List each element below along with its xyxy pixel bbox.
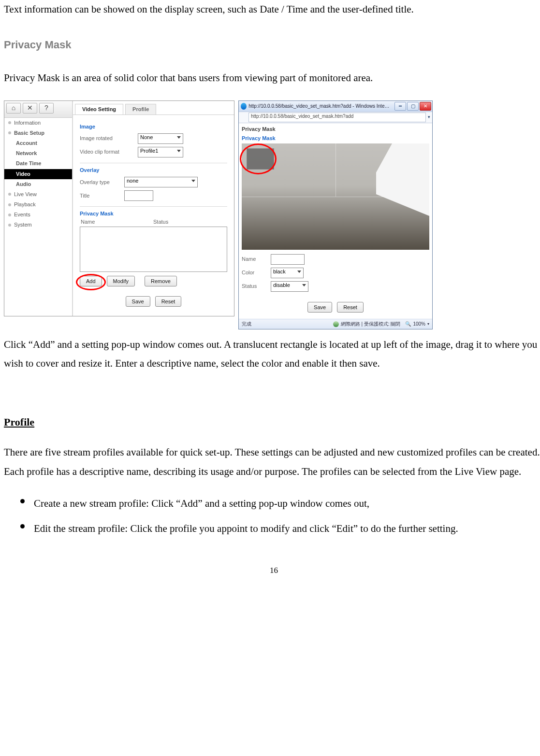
popup-row-name: Name bbox=[242, 253, 429, 266]
home-icon[interactable]: ⌂ bbox=[6, 103, 21, 114]
profile-paragraph: There are five stream profiles available… bbox=[4, 443, 540, 482]
status-zoom-text: 100% bbox=[413, 321, 425, 327]
dropdown-icon[interactable]: ▾ bbox=[428, 114, 430, 120]
nav-label: Account bbox=[16, 140, 37, 146]
overlay-title-label: Title bbox=[80, 193, 119, 199]
status-left: 完成 bbox=[242, 321, 251, 327]
nav-label: Video bbox=[16, 171, 30, 177]
ie-icon bbox=[241, 103, 247, 110]
nav-information[interactable]: Information bbox=[4, 118, 72, 128]
save-reset-row: Save Reset bbox=[80, 296, 227, 307]
separator bbox=[80, 163, 227, 163]
video-preview[interactable] bbox=[242, 143, 429, 250]
chevron-down-icon: ▾ bbox=[427, 322, 429, 327]
popup-color-select[interactable]: black bbox=[271, 268, 304, 278]
nav-label: Events bbox=[14, 212, 30, 218]
col-status: Status bbox=[153, 219, 168, 225]
page-number: 16 bbox=[4, 563, 540, 578]
sidebar: ⌂ ✕ ? Information Basic Setup Account Ne… bbox=[4, 101, 73, 316]
nav-playback[interactable]: Playback bbox=[4, 200, 72, 210]
status-zoom[interactable]: 🔍100%▾ bbox=[405, 321, 429, 327]
row-video-clip: Video clip format Profile1 bbox=[80, 145, 227, 159]
popup-row-status: Status disable bbox=[242, 280, 429, 293]
red-circle-annotation bbox=[240, 143, 277, 174]
nav-basic-setup[interactable]: Basic Setup bbox=[4, 128, 72, 138]
popup-subheading: Privacy Mask bbox=[242, 135, 429, 142]
col-name: Name bbox=[81, 219, 153, 225]
settings-window: ⌂ ✕ ? Information Basic Setup Account Ne… bbox=[4, 100, 234, 316]
add-button[interactable]: Add bbox=[80, 276, 102, 286]
nav-system[interactable]: System bbox=[4, 220, 72, 230]
address-bar: http://10.0.0.58/basic_video_set_mask.ht… bbox=[239, 112, 432, 123]
popup-heading: Privacy Mask bbox=[242, 125, 429, 133]
zoom-icon: 🔍 bbox=[405, 321, 411, 327]
close-x-icon[interactable]: ✕ bbox=[23, 103, 37, 114]
nav-audio[interactable]: Audio bbox=[4, 179, 72, 189]
nav-label: Live View bbox=[14, 191, 37, 198]
help-icon[interactable]: ? bbox=[39, 103, 54, 114]
popup-reset-button[interactable]: Reset bbox=[337, 302, 364, 313]
tab-bar: Video Setting Profile bbox=[73, 104, 234, 115]
popup-status-label: Status bbox=[242, 283, 266, 289]
remove-button[interactable]: Remove bbox=[145, 276, 177, 286]
nav-label: Basic Setup bbox=[14, 130, 44, 136]
reset-button[interactable]: Reset bbox=[155, 296, 182, 307]
modify-button[interactable]: Modify bbox=[107, 276, 135, 286]
bullet-item: Edit the stream profile: Click the profi… bbox=[20, 519, 540, 539]
image-rotated-label: Image rotated bbox=[80, 135, 133, 142]
nav-label: Network bbox=[16, 150, 37, 157]
privacy-mask-listbox[interactable] bbox=[80, 227, 227, 272]
save-button[interactable]: Save bbox=[126, 296, 150, 307]
bullet-list: Create a new stream profile: Click “Add”… bbox=[20, 494, 540, 539]
popup-color-label: Color bbox=[242, 270, 266, 276]
overlay-type-select[interactable]: none bbox=[124, 177, 198, 187]
status-net-text: 網際網路 | 受保護模式: 關閉 bbox=[341, 321, 401, 327]
popup-name-input[interactable] bbox=[271, 254, 305, 265]
popup-window: http://10.0.0.58/basic_video_set_mask.ht… bbox=[238, 100, 433, 329]
section-intro: Privacy Mask is an area of solid color t… bbox=[4, 69, 540, 88]
sidebar-toolbar: ⌂ ✕ ? bbox=[4, 101, 72, 118]
separator bbox=[80, 206, 227, 207]
main-pane: Video Setting Profile Image Image rotate… bbox=[73, 101, 234, 316]
window-close-button[interactable]: ✕ bbox=[420, 102, 431, 111]
bullet-item: Create a new stream profile: Click “Add”… bbox=[20, 494, 540, 514]
tab-profile[interactable]: Profile bbox=[125, 104, 156, 114]
status-bar: 完成 網際網路 | 受保護模式: 關閉 🔍100%▾ bbox=[239, 319, 432, 329]
intro-paragraph: Text information can be showed on the di… bbox=[4, 0, 540, 19]
nav-video[interactable]: Video bbox=[4, 169, 72, 179]
popup-status-select[interactable]: disable bbox=[271, 281, 308, 292]
image-rotated-select[interactable]: None bbox=[138, 133, 183, 144]
globe-icon bbox=[333, 321, 339, 327]
nav-label: Date Time bbox=[16, 160, 41, 167]
nav-date-time[interactable]: Date Time bbox=[4, 158, 72, 169]
group-title-image: Image bbox=[80, 124, 227, 130]
nav-label: System bbox=[14, 222, 32, 228]
status-net: 網際網路 | 受保護模式: 關閉 bbox=[333, 321, 401, 327]
nav-liveview[interactable]: Live View bbox=[4, 189, 72, 200]
popup-row-color: Color black bbox=[242, 266, 429, 280]
video-clip-select[interactable]: Profile1 bbox=[138, 147, 183, 157]
overlay-type-label: Overlay type bbox=[80, 179, 119, 185]
page-icon bbox=[241, 114, 247, 120]
video-clip-label: Video clip format bbox=[80, 149, 133, 155]
popup-save-button[interactable]: Save bbox=[307, 302, 332, 313]
tab-video-setting[interactable]: Video Setting bbox=[75, 104, 123, 114]
window-minimize-button[interactable]: ━ bbox=[394, 102, 406, 111]
window-maximize-button[interactable]: ▢ bbox=[407, 102, 419, 111]
nav-account[interactable]: Account bbox=[4, 138, 72, 148]
nav-network[interactable]: Network bbox=[4, 148, 72, 158]
nav-label: Playback bbox=[14, 201, 36, 208]
subsection-heading-profile: Profile bbox=[4, 412, 540, 432]
section-heading-privacy-mask: Privacy Mask bbox=[4, 35, 540, 55]
nav-list: Information Basic Setup Account Network … bbox=[4, 118, 72, 230]
nav-label: Information bbox=[14, 120, 41, 126]
privacy-mask-buttons: Add Modify Remove bbox=[80, 276, 227, 286]
popup-name-label: Name bbox=[242, 256, 266, 262]
nav-events[interactable]: Events bbox=[4, 210, 72, 220]
group-title-privacy-mask: Privacy Mask bbox=[80, 211, 227, 217]
overlay-title-input[interactable] bbox=[124, 190, 153, 201]
address-field[interactable]: http://10.0.0.58/basic_video_set_mask.ht… bbox=[248, 113, 426, 122]
row-image-rotated: Image rotated None bbox=[80, 132, 227, 145]
row-overlay-type: Overlay type none bbox=[80, 175, 227, 189]
popup-button-row: Save Reset bbox=[242, 302, 429, 313]
